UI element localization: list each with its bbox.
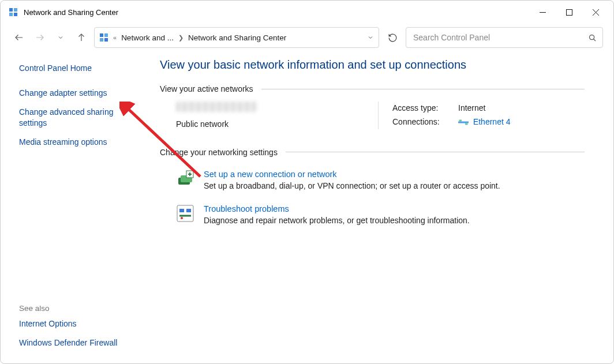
back-button[interactable] (11, 29, 27, 46)
svg-rect-17 (458, 122, 469, 123)
search-box[interactable] (406, 27, 603, 48)
breadcrumb-icon (99, 33, 108, 42)
minimize-button[interactable] (529, 2, 556, 22)
breadcrumb-part1[interactable]: Network and ... (121, 33, 174, 42)
divider (261, 89, 585, 89)
main-content: View your basic network information and … (146, 51, 613, 363)
svg-rect-12 (104, 33, 108, 37)
divider (286, 152, 585, 152)
troubleshoot-title[interactable]: Troubleshoot problems (204, 204, 470, 213)
active-networks-header: View your active networks (160, 84, 585, 93)
network-details: Access type: Internet Connections: Ether… (378, 102, 585, 129)
active-network-row: Public network Access type: Internet Con… (160, 102, 585, 129)
titlebar: Network and Sharing Center (1, 1, 613, 24)
breadcrumb-prefix: « (112, 34, 118, 41)
active-networks-label: View your active networks (160, 84, 253, 93)
setup-connection-title[interactable]: Set up a new connection or network (204, 170, 500, 179)
connection-link[interactable]: Ethernet 4 (473, 117, 511, 126)
window-frame: Network and Sharing Center « Network and… (0, 0, 614, 364)
svg-rect-5 (566, 9, 572, 15)
window-title: Network and Sharing Center (24, 8, 118, 17)
maximize-button[interactable] (556, 2, 582, 22)
body: Control Panel Home Change adapter settin… (1, 51, 613, 363)
address-bar[interactable]: « Network and ... ❯ Network and Sharing … (94, 27, 379, 48)
network-summary: Public network (176, 102, 366, 129)
access-type-value: Internet (458, 102, 485, 115)
forward-button[interactable] (32, 29, 48, 46)
media-streaming-options-link[interactable]: Media streaming options (19, 137, 137, 148)
svg-rect-14 (104, 38, 108, 42)
svg-point-15 (590, 35, 594, 39)
svg-rect-1 (14, 8, 17, 12)
setup-connection-item[interactable]: Set up a new connection or network Set u… (160, 165, 585, 200)
access-type-label: Access type: (392, 102, 450, 115)
network-sharing-icon (9, 7, 18, 17)
change-settings-header: Change your networking settings (160, 148, 585, 157)
connections-label: Connections: (392, 115, 450, 129)
address-dropdown-button[interactable] (367, 34, 374, 41)
recent-locations-button[interactable] (53, 29, 69, 46)
troubleshoot-icon (176, 204, 194, 223)
svg-rect-0 (9, 8, 13, 12)
svg-rect-25 (177, 205, 193, 222)
change-adapter-settings-link[interactable]: Change adapter settings (19, 88, 137, 99)
refresh-button[interactable] (384, 29, 401, 46)
page-title: View your basic network information and … (160, 58, 585, 72)
troubleshoot-desc: Diagnose and repair network problems, or… (204, 216, 470, 225)
ethernet-icon (458, 119, 469, 126)
close-button[interactable] (582, 2, 609, 22)
change-advanced-sharing-link[interactable]: Change advanced sharing settings (19, 107, 137, 129)
svg-rect-19 (465, 123, 468, 125)
windows-defender-firewall-link[interactable]: Windows Defender Firewall (19, 337, 137, 348)
svg-rect-11 (100, 33, 103, 37)
svg-rect-13 (100, 38, 103, 42)
svg-rect-27 (186, 209, 191, 212)
see-also-section: See also Internet Options Windows Defend… (19, 304, 137, 357)
internet-options-link[interactable]: Internet Options (19, 318, 137, 329)
svg-rect-3 (14, 13, 17, 16)
svg-rect-26 (179, 209, 184, 212)
troubleshoot-item[interactable]: Troubleshoot problems Diagnose and repai… (160, 200, 585, 234)
toolbar: « Network and ... ❯ Network and Sharing … (1, 24, 613, 51)
setup-connection-desc: Set up a broadband, dial-up, or VPN conn… (204, 181, 500, 190)
chevron-right-icon: ❯ (177, 34, 185, 42)
change-settings-label: Change your networking settings (160, 148, 278, 157)
svg-rect-18 (459, 120, 462, 122)
svg-line-16 (594, 39, 596, 40)
network-type: Public network (176, 119, 366, 129)
svg-point-28 (181, 217, 183, 219)
setup-connection-icon (176, 170, 194, 188)
sidebar: Control Panel Home Change adapter settin… (1, 51, 146, 363)
control-panel-home-link[interactable]: Control Panel Home (19, 63, 137, 74)
breadcrumb-part2[interactable]: Network and Sharing Center (188, 33, 286, 42)
svg-rect-2 (9, 13, 13, 16)
network-name-redacted (176, 102, 257, 112)
search-input[interactable] (412, 32, 585, 43)
see-also-label: See also (19, 304, 137, 313)
up-button[interactable] (73, 29, 89, 46)
search-icon[interactable] (588, 33, 597, 42)
